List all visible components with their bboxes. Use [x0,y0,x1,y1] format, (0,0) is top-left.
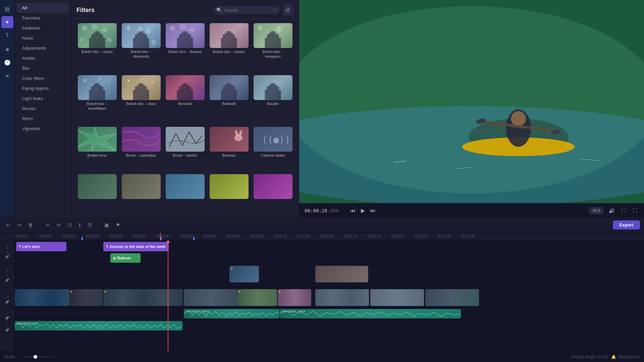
volume-icon[interactable]: 🔊 [607,207,616,215]
track-eye-icon5[interactable]: 👁 [6,324,9,327]
audio-clip-1[interactable]: Soundtrack ♪wma [184,309,279,318]
sidebar-item-all[interactable]: All [17,3,69,13]
audio-clip-music[interactable]: Soundtrack ♪ma [15,321,182,330]
track-eye-icon[interactable]: 👁 [6,251,9,254]
filter-bonnard[interactable]: Bonnard [164,75,206,124]
video-clip-3[interactable]: ★ [103,289,183,306]
track-eye-icon4[interactable]: 👁 [6,312,9,315]
filter-bokeh-stars[interactable]: ★★★ Bokeh blur – stars [120,75,162,124]
video-clip-8[interactable] [370,289,424,306]
audio-clip-2[interactable]: Soundtrack ♪wma [280,309,461,318]
filter-broken-lens[interactable]: Broken lens [76,127,118,171]
info-button[interactable]: ℹ [77,221,83,229]
filter-brush-saturation[interactable]: Brush – saturation [120,127,162,171]
filter-row4-4[interactable] [208,174,250,214]
effects-btn[interactable]: ✦ [1,16,13,28]
video-clip-1[interactable] [15,289,69,306]
copy-button[interactable]: ⟳ [55,221,63,229]
track-label-music: ♪ 👁 🔗 [0,320,14,332]
track-adjust-icon[interactable]: ⊞ [6,292,9,295]
sidebar-item-vignettes[interactable]: Vignettes [17,124,69,134]
delete-button[interactable]: 🗑 [26,221,35,229]
filter-row4-5[interactable] [252,174,293,214]
clock-btn[interactable]: 🕐 [1,56,13,68]
search-input[interactable] [224,8,271,13]
redo-button[interactable]: ↪ [15,221,23,229]
list-button[interactable]: ☰ [86,221,94,229]
filter-bokeh-clover[interactable]: Bokeh blur – clover [76,23,118,72]
filter-boudin[interactable]: Boudin [252,75,293,124]
video-clip-4[interactable] [184,289,237,306]
sidebar-item-retro[interactable]: Retro [17,114,69,123]
filter-brush-sketch[interactable]: Brush – sketch [164,127,206,171]
export-button[interactable]: Export [613,220,640,229]
sidebar-item-light-leaks[interactable]: Light leaks [17,94,69,103]
ruler-mark: 00:01:25 [414,235,437,238]
track-eye-icon2[interactable]: 👁 [6,274,9,277]
video-clip-5[interactable]: ★ [237,289,277,306]
cart-button[interactable]: 🛒 [283,5,293,15]
sidebar-item-color-filters[interactable]: Color filters [17,73,69,83]
skip-forward-button[interactable]: ⏭ [369,206,377,215]
mini-clip-2[interactable] [315,266,368,282]
search-box[interactable]: 🔍 ✕ [213,6,280,14]
notifications-button[interactable]: 🔔 Notifications [611,355,640,359]
filter-botticelli[interactable]: Botticelli [208,75,250,124]
scale-track[interactable] [23,356,50,357]
track-music-icon: ♪ [6,319,8,323]
video-clip-6[interactable]: ★ [278,289,311,306]
track-audio-icon[interactable]: ⊞ [6,308,9,311]
filter-label: Bokeh blur – clover [81,49,113,54]
filter-bokeh-snowflakes[interactable]: ❄❄❄ Bokeh blur –snowflakes [76,75,118,124]
filter-bokeh-hexagons[interactable]: Bokeh blur –hexagons [252,23,293,72]
filter-bokeh-flowers[interactable]: Bokeh blur – flowers [164,23,206,72]
track-link-icon5[interactable]: 🔗 [5,328,9,332]
clip-lets-start[interactable]: T Let's start [16,242,66,251]
fullscreen-icon[interactable]: ⛶ [631,207,639,215]
play-button[interactable]: ▶ [360,206,366,215]
sidebar-item-flying-objects[interactable]: Flying objects [17,84,69,93]
filter-row4-2[interactable] [120,174,162,214]
track-link-icon[interactable]: 🔗 [5,255,9,258]
cutout-btn[interactable]: ✕ [1,70,13,82]
transition-btn[interactable]: ◈ [1,43,13,55]
fit-screen-icon[interactable]: ⛶ [620,207,627,215]
media-insert-button[interactable]: ▣ [102,221,111,229]
video-clip-9[interactable] [425,289,479,306]
clear-search-icon[interactable]: ✕ [273,8,276,12]
sidebar-item-adjustments[interactable]: Adjustments [17,43,69,53]
text-btn[interactable]: T [1,30,13,42]
sidebar-item-mosaic[interactable]: Mosaic [17,104,69,113]
scale-plus-icon[interactable]: + [52,355,55,359]
sidebar-item-artistic[interactable]: Artistic [17,53,69,63]
track-link-icon2[interactable]: 🔗 [5,278,9,282]
scale-minus-icon[interactable]: − [18,355,20,359]
filter-bokeh-hearts[interactable]: ♥♥♥ Bokeh blur – hearts [208,23,250,72]
svg-point-3 [107,38,112,42]
scale-thumb[interactable] [34,355,37,359]
undo-button[interactable]: ↩ [4,221,12,229]
filter-camera-shake[interactable]: ((●)) Camera shake [252,127,293,171]
filter-bunnies[interactable]: Bunnies [208,127,250,171]
filter-bokeh-diamonds[interactable]: Bokeh blur –diamonds [120,23,162,72]
media-btn[interactable]: ▤ [1,3,13,15]
mini-clip-1[interactable]: ★ [229,266,259,282]
video-clip-2[interactable]: ★ [69,289,103,306]
track-link-icon4[interactable]: 🔗 [5,316,9,320]
video-clip-7[interactable] [315,289,369,306]
skip-back-button[interactable]: ⏮ [349,206,357,215]
filter-row4-3[interactable] [164,174,206,214]
filter-row4-1[interactable] [76,174,118,214]
sidebar-item-noise[interactable]: Noise [17,33,69,43]
sidebar-item-featured[interactable]: Featured [17,23,69,33]
sidebar-item-favorites[interactable]: Favorites [17,13,69,23]
track-link-icon3[interactable]: 🔗 [5,300,9,304]
flag-button[interactable]: ⚑ [114,221,122,229]
track-eye-icon3[interactable]: 👁 [6,296,9,299]
cut-button[interactable]: ✂ [44,221,52,229]
sidebar-item-blur[interactable]: Blur [17,63,69,73]
crop-button[interactable]: ⊡ [66,221,74,229]
aspect-ratio-badge[interactable]: 16:9 [589,207,603,214]
clip-balloon[interactable]: ◎ Balloon [110,253,141,263]
clip-journey[interactable]: T Journey to the ends of the earth [103,242,169,251]
